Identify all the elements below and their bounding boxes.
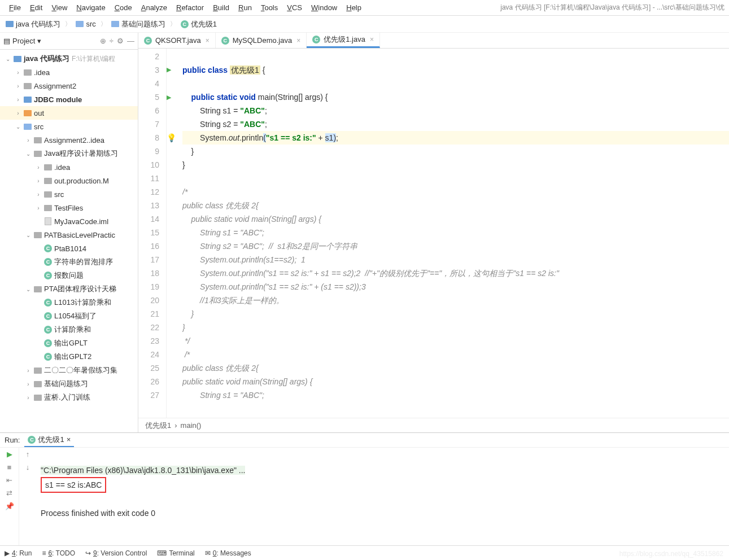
down-icon[interactable]: ↓	[26, 463, 30, 471]
editor-tab[interactable]: C优先级1.java×	[307, 33, 380, 48]
breadcrumb-item[interactable]: src	[73, 19, 98, 29]
run-gutter-icon[interactable]: ▶	[167, 94, 171, 100]
menu-vcs[interactable]: VCS	[282, 2, 307, 13]
menu-code[interactable]: Code	[110, 2, 137, 13]
tool-icon: ✉	[205, 549, 211, 557]
layout-icon[interactable]: ⇄	[6, 489, 12, 497]
hide-icon[interactable]: —	[127, 37, 134, 45]
gutter-icons[interactable]: ▶ ▶ 💡	[167, 49, 182, 418]
close-icon[interactable]: ×	[67, 435, 71, 444]
tree-item[interactable]: ⌄src	[0, 120, 138, 133]
breadcrumb: java 代码练习〉src〉基础问题练习〉C优先级1	[0, 16, 729, 33]
breadcrumb-item[interactable]: java 代码练习	[3, 18, 63, 30]
menu-refactor[interactable]: Refactor	[172, 2, 208, 13]
tree-item[interactable]: ⌄PTA团体程序设计天梯	[0, 282, 138, 296]
tree-item[interactable]: ⌄java 代码练习F:\计算机\编程	[0, 52, 138, 65]
tree-item[interactable]: ›src	[0, 187, 138, 201]
tool-icon: ⌨	[157, 549, 167, 557]
tree-item[interactable]: C输出GPLT	[0, 336, 138, 350]
tree-item[interactable]: ›二〇二〇年暑假练习集	[0, 364, 138, 377]
tree-item[interactable]: C字符串的冒泡排序	[0, 255, 138, 269]
tree-item[interactable]: ›.idea	[0, 160, 138, 174]
class-icon: C	[144, 37, 152, 45]
rerun-icon[interactable]: ▶	[7, 450, 12, 458]
tree-item[interactable]: MyJavaCode.iml	[0, 215, 138, 228]
menu-view[interactable]: View	[47, 2, 72, 13]
close-icon[interactable]: ×	[296, 37, 300, 45]
target-icon[interactable]: ⊕	[100, 37, 106, 45]
menu-file[interactable]: File	[5, 2, 25, 13]
pin-icon[interactable]: 📌	[5, 502, 14, 510]
code-editor[interactable]: 2345678910111213141516171819202122232425…	[138, 49, 729, 418]
tool-window-button[interactable]: ▶4: Run	[5, 549, 32, 557]
tool-icon: ▶	[5, 549, 10, 557]
editor-tab[interactable]: CQKSORT.java×	[138, 33, 216, 48]
tree-item[interactable]: ›out.production.M	[0, 174, 138, 187]
menu-edit[interactable]: Edit	[25, 2, 47, 13]
project-tool-label[interactable]: ▤ Project ▾	[3, 37, 41, 45]
breadcrumb-item[interactable]: 基础问题练习	[109, 18, 168, 30]
menu-navigate[interactable]: Navigate	[72, 2, 110, 13]
tree-item[interactable]: ›Assignment2..idea	[0, 133, 138, 147]
tree-item[interactable]: ›基础问题练习	[0, 377, 138, 391]
output-highlight: s1 == s2 is:ABC	[41, 477, 106, 493]
tree-item[interactable]: ›.idea	[0, 65, 138, 79]
tool-window-button[interactable]: ≡6: TODO	[42, 549, 75, 557]
tree-item[interactable]: ⌄Java程序设计暑期练习	[0, 147, 138, 160]
code-breadcrumb[interactable]: 优先级1 › main()	[138, 418, 729, 432]
project-header: ▤ Project ▾ ⊕ ÷ ⚙ —	[0, 33, 138, 50]
editor-tab[interactable]: CMySQLDemo.java×	[216, 33, 307, 48]
run-toolbar-nav: ↑ ↓	[19, 448, 36, 545]
gear-icon[interactable]: ⚙	[117, 37, 124, 45]
window-title: java 代码练习 [F:\计算机\编程\Java\java 代码练习] - .…	[500, 3, 724, 12]
tree-item[interactable]: CPtaB1014	[0, 242, 138, 255]
run-label: Run:	[5, 436, 20, 444]
tree-item[interactable]: C计算阶乘和	[0, 323, 138, 336]
close-icon[interactable]: ×	[206, 37, 209, 45]
breadcrumb-item[interactable]: C优先级1	[178, 18, 219, 30]
tool-window-button[interactable]: ⌨Terminal	[157, 549, 194, 557]
stop-icon[interactable]: ■	[7, 463, 12, 471]
editor-tabs: CQKSORT.java×CMySQLDemo.java×C优先级1.java×	[138, 33, 729, 49]
tree-item[interactable]: ›TestFiles	[0, 201, 138, 215]
run-tab[interactable]: C 优先级1 ×	[24, 433, 74, 447]
tool-window-button[interactable]: ↪9: Version Control	[85, 549, 147, 557]
tool-icon: ≡	[42, 549, 46, 557]
editor-area: CQKSORT.java×CMySQLDemo.java×C优先级1.java×…	[138, 33, 729, 432]
menu-analyze[interactable]: Analyze	[137, 2, 172, 13]
class-icon: C	[221, 37, 229, 45]
menu-tools[interactable]: Tools	[256, 2, 282, 13]
menu-run[interactable]: Run	[234, 2, 256, 13]
run-toolbar-left: ▶ ■ ⇤ ⇄ 📌	[0, 448, 19, 545]
tool-window-button[interactable]: ✉0: Messages	[205, 549, 251, 557]
console-output[interactable]: "C:\Program Files (x86)\Java\jdk1.8.0_13…	[36, 448, 729, 545]
menu-build[interactable]: Build	[208, 2, 234, 13]
watermark: https://blog.csdn.net/qq_43515862	[619, 550, 723, 558]
close-icon[interactable]: ×	[370, 36, 374, 43]
tool-icon: ↪	[85, 549, 91, 557]
menu-bar: FileEditViewNavigateCodeAnalyzeRefactorB…	[0, 0, 729, 16]
tree-item[interactable]: ›JDBC module	[0, 93, 138, 106]
project-tree[interactable]: ⌄java 代码练习F:\计算机\编程›.idea›Assignment2›JD…	[0, 50, 138, 432]
run-tool-window: Run: C 优先级1 × ▶ ■ ⇤ ⇄ 📌 ↑ ↓ "C:\Program …	[0, 432, 729, 545]
project-sidebar: ▤ Project ▾ ⊕ ÷ ⚙ — ⌄java 代码练习F:\计算机\编程›…	[0, 33, 138, 432]
intention-bulb-icon[interactable]: 💡	[167, 133, 176, 142]
tree-item[interactable]: ⌄PATBasicLevelPractic	[0, 228, 138, 242]
tree-item[interactable]: CL1054福到了	[0, 309, 138, 323]
collapse-icon[interactable]: ÷	[110, 37, 114, 45]
tree-item[interactable]: ›蓝桥.入门训练	[0, 391, 138, 404]
tree-item[interactable]: ›Assignment2	[0, 79, 138, 93]
exit-icon[interactable]: ⇤	[6, 476, 12, 484]
tree-item[interactable]: C输出GPLT2	[0, 350, 138, 364]
up-icon[interactable]: ↑	[26, 450, 30, 458]
menu-window[interactable]: Window	[307, 2, 342, 13]
menu-help[interactable]: Help	[342, 2, 366, 13]
line-gutter[interactable]: 2345678910111213141516171819202122232425…	[138, 49, 167, 418]
class-icon: C	[28, 436, 36, 444]
class-icon: C	[312, 36, 320, 43]
tree-item[interactable]: ›out	[0, 106, 138, 120]
tree-item[interactable]: C报数问题	[0, 269, 138, 282]
tree-item[interactable]: CL1013计算阶乘和	[0, 296, 138, 309]
run-gutter-icon[interactable]: ▶	[167, 66, 171, 73]
